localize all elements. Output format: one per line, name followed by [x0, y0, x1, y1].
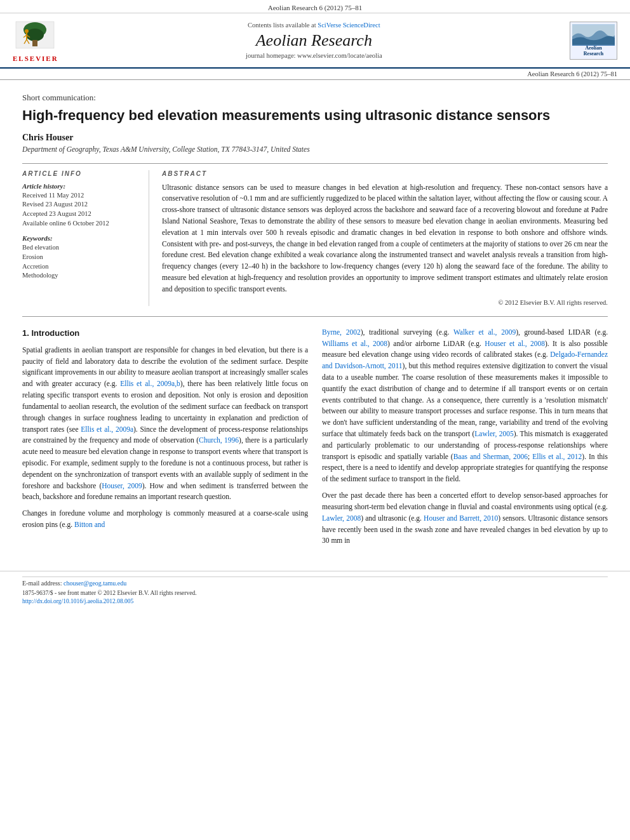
lawler-2005-ref-link[interactable]: Lawler, 2005	[474, 430, 513, 437]
copyright-line: © 2012 Elsevier B.V. All rights reserved…	[162, 299, 608, 306]
keyword-2: Erosion	[22, 253, 139, 262]
aeolian-journal-logo: AeolianResearch	[570, 22, 617, 60]
journal-homepage: journal homepage: www.elsevier.com/locat…	[58, 52, 570, 59]
body-columns: 1. Introduction Spatial gradients in aeo…	[22, 327, 608, 552]
footer-issn: 1875-9637/$ - see front matter © 2012 El…	[22, 589, 608, 606]
journal-banner: ELSEVIER Contents lists available at Sci…	[0, 13, 630, 69]
abstract-text: Ultrasonic distance sensors can be used …	[162, 182, 608, 295]
body-right-column: Byrne, 2002), traditional surveying (e.g…	[322, 327, 608, 552]
houser-barrett-ref-link[interactable]: Houser and Barrett, 2010	[424, 514, 498, 522]
elsevier-tree-icon	[13, 18, 57, 53]
svg-point-2	[26, 29, 44, 41]
walker-ref-link[interactable]: Walker et al., 2009	[453, 328, 516, 336]
ellis-2009a-ref-link[interactable]: Ellis et al., 2009a	[81, 425, 133, 433]
section1-heading: 1. Introduction	[22, 327, 308, 340]
received-date: Received 11 May 2012	[22, 191, 139, 201]
article-title: High-frequency bed elevation measurement…	[22, 107, 608, 125]
keywords-label: Keywords:	[22, 234, 139, 242]
article-history-group: Article history: Received 11 May 2012 Re…	[22, 182, 139, 229]
article-type-label: Short communication:	[22, 93, 608, 103]
content-available-text: Contents lists available at SciVerse Sci…	[58, 22, 570, 29]
journal-issue-bar: Aeolian Research 6 (2012) 75–81	[0, 0, 630, 13]
body-right-para-1: Byrne, 2002), traditional surveying (e.g…	[322, 327, 608, 485]
church-ref-link[interactable]: Church, 1996	[199, 436, 239, 444]
houser-2009-ref-link[interactable]: Houser, 2009	[102, 482, 142, 490]
email-label: E-mail address:	[22, 580, 62, 587]
byrne-ref-link[interactable]: Byrne, 2002	[322, 328, 361, 336]
houser-2008-ref-link[interactable]: Houser et al., 2008	[485, 340, 545, 347]
author-email[interactable]: chouser@geog.tamu.edu	[64, 580, 126, 587]
keyword-4: Methodology	[22, 271, 139, 281]
keyword-3: Accretion	[22, 262, 139, 272]
elsevier-wordmark: ELSEVIER	[13, 55, 58, 62]
journal-name: Aeolian Research	[58, 31, 570, 50]
body-left-para-1: Spatial gradients in aeolian transport a…	[22, 345, 308, 503]
lawler-2008-ref-link[interactable]: Lawler, 2008	[322, 514, 361, 522]
journal-issue-text: Aeolian Research 6 (2012) 75–81	[268, 4, 362, 11]
author-name: Chris Houser	[22, 133, 608, 143]
sciverse-link[interactable]: SciVerse ScienceDirect	[318, 22, 380, 29]
abstract-label: ABSTRACT	[162, 170, 608, 177]
abstract-column: ABSTRACT Ultrasonic distance sensors can…	[162, 170, 608, 306]
article-issue-ref: Aeolian Research 6 (2012) 75–81	[527, 70, 617, 77]
body-left-column: 1. Introduction Spatial gradients in aeo…	[22, 327, 308, 552]
article-info-label: ARTICLE INFO	[22, 170, 139, 177]
bitton-ref-link[interactable]: Bitton and	[74, 521, 105, 528]
svg-point-4	[25, 29, 29, 33]
available-date: Available online 6 October 2012	[22, 219, 139, 229]
section-divider	[22, 316, 608, 317]
main-content: Short communication: High-frequency bed …	[0, 80, 630, 564]
article-info-column: ARTICLE INFO Article history: Received 1…	[22, 170, 149, 306]
williams-ref-link[interactable]: Williams et al., 2008	[322, 340, 387, 347]
doi-link[interactable]: http://dx.doi.org/10.1016/j.aeolia.2012.…	[22, 598, 133, 604]
article-history-label: Article history:	[22, 182, 139, 190]
journal-title-block: Contents lists available at SciVerse Sci…	[58, 22, 570, 59]
delgado-ref-link[interactable]: Delgado-Fernandez and Davidson-Arnott, 2…	[322, 350, 608, 370]
page-footer: E-mail address: chouser@geog.tamu.edu 18…	[0, 571, 630, 611]
email-line: E-mail address: chouser@geog.tamu.edu	[22, 577, 608, 587]
body-right-para-2: Over the past decade there has been a co…	[322, 490, 608, 547]
keywords-group: Keywords: Bed elevation Erosion Accretio…	[22, 234, 139, 281]
article-info-bar: Aeolian Research 6 (2012) 75–81	[0, 69, 630, 80]
body-left-para-2: Changes in foredune volume and morpholog…	[22, 508, 308, 531]
author-affiliation: Department of Geography, Texas A&M Unive…	[22, 145, 608, 153]
elsevier-logo: ELSEVIER	[13, 18, 58, 62]
article-info-abstract-section: ARTICLE INFO Article history: Received 1…	[22, 163, 608, 306]
aeolian-logo-text: AeolianResearch	[584, 46, 603, 57]
ellis-ref-link[interactable]: Ellis et al., 2009a,b	[120, 380, 180, 387]
baas-sherman-ref-link[interactable]: Baas and Sherman, 2006	[453, 453, 528, 460]
revised-date: Revised 23 August 2012	[22, 200, 139, 210]
aeolian-logo-image	[572, 24, 615, 46]
accepted-date: Accepted 23 August 2012	[22, 210, 139, 219]
svg-rect-3	[32, 40, 37, 46]
ellis-2012-ref-link[interactable]: Ellis et al., 2012	[532, 453, 582, 460]
keyword-1: Bed elevation	[22, 243, 139, 253]
